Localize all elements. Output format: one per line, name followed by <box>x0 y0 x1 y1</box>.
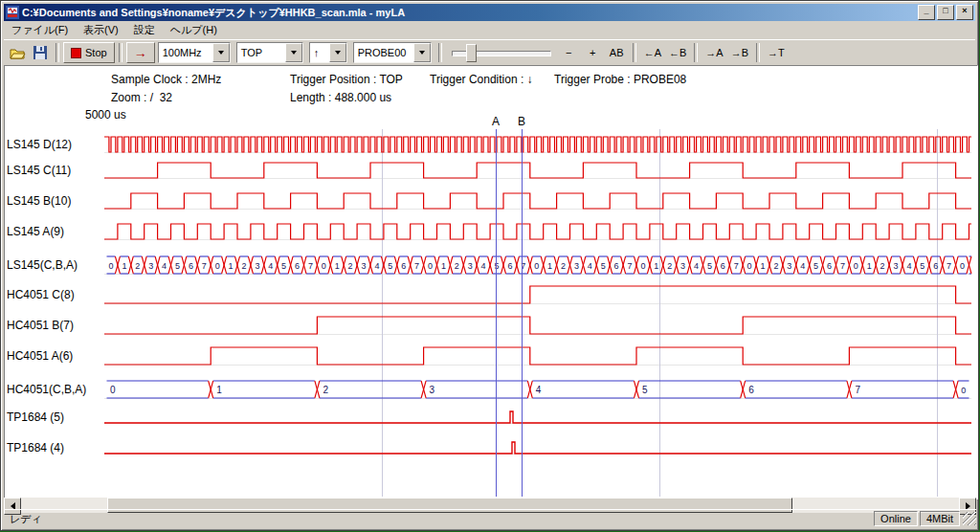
run-arrow-icon: → <box>134 45 147 60</box>
length-info: Length : 488.000 us <box>290 91 391 104</box>
sample-clock-info: Sample Clock : 2MHz <box>111 73 221 86</box>
trigger-position-info: Trigger Position : TOP <box>290 73 403 86</box>
window-title: C:¥Documents and Settings¥noname¥デスクトップ¥… <box>22 6 914 20</box>
menu-help[interactable]: ヘルプ(H) <box>163 21 225 39</box>
trigger-edge-select[interactable]: ↑ <box>309 42 347 63</box>
window-controls: _ □ × <box>918 5 973 20</box>
minimize-button[interactable]: _ <box>918 5 935 20</box>
dropdown-button[interactable] <box>413 43 431 62</box>
toolbar-separator <box>56 43 59 62</box>
close-button[interactable]: × <box>956 5 973 20</box>
chevron-down-icon <box>335 51 341 55</box>
desktop: C:¥Documents and Settings¥noname¥デスクトップ¥… <box>0 0 980 532</box>
goto-trigger-button[interactable]: →T <box>764 43 789 63</box>
menu-view[interactable]: 表示(V) <box>76 21 126 39</box>
waveform-panel <box>4 65 978 499</box>
dropdown-button[interactable] <box>329 43 346 62</box>
stop-button[interactable]: Stop <box>63 42 115 63</box>
time-scale-label: 5000 us <box>85 108 126 122</box>
open-folder-icon <box>10 47 26 59</box>
run-button[interactable]: → <box>126 42 155 63</box>
chevron-down-icon <box>419 51 425 55</box>
menu-bar: ファイル(F) 表示(V) 設定 ヘルプ(H) <box>4 21 975 39</box>
stop-label: Stop <box>85 47 107 58</box>
toolbar-separator <box>438 43 442 62</box>
dropdown-button[interactable] <box>285 43 302 62</box>
app-window: C:¥Documents and Settings¥noname¥デスクトップ¥… <box>0 0 979 531</box>
save-button[interactable] <box>29 42 52 63</box>
menu-settings[interactable]: 設定 <box>126 21 163 39</box>
toolbar-separator <box>633 43 636 62</box>
menu-file[interactable]: ファイル(F) <box>4 21 76 39</box>
status-bar: レディ Online 4MBit <box>4 509 976 527</box>
title-bar[interactable]: C:¥Documents and Settings¥noname¥デスクトップ¥… <box>4 4 975 21</box>
trigger-condition-info: Trigger Condition : ↓ <box>430 73 533 86</box>
trigger-probe-value: PROBE00 <box>358 47 407 58</box>
trigger-edge-value: ↑ <box>314 47 320 58</box>
status-text: レディ <box>4 512 48 526</box>
toolbar: Stop → 100MHz TOP ↑ PROBE00 <box>4 39 975 65</box>
next-b-button[interactable]: →B <box>727 43 752 63</box>
ab-button[interactable]: AB <box>605 43 629 63</box>
maximize-button[interactable]: □ <box>937 5 954 20</box>
zoom-out-button[interactable]: − <box>557 43 581 63</box>
sample-clock-select[interactable]: 100MHz <box>158 42 231 63</box>
trigger-position-value: TOP <box>241 47 262 58</box>
app-icon <box>6 6 19 19</box>
zoom-in-button[interactable]: + <box>581 43 605 63</box>
open-button[interactable] <box>6 42 29 63</box>
floppy-disk-icon <box>33 46 47 59</box>
toolbar-separator <box>756 43 760 62</box>
toolbar-separator <box>119 43 122 62</box>
chevron-down-icon <box>291 51 297 55</box>
online-indicator: Online <box>874 511 918 526</box>
prev-a-button[interactable]: ←A <box>640 43 665 63</box>
trigger-probe-info: Trigger Probe : PROBE08 <box>554 73 686 86</box>
stop-icon <box>71 48 81 58</box>
resize-grip[interactable] <box>963 512 976 525</box>
next-a-button[interactable]: →A <box>702 43 726 63</box>
memory-indicator: 4MBit <box>920 511 960 526</box>
slider-thumb[interactable] <box>466 44 477 62</box>
sample-clock-value: 100MHz <box>163 47 202 58</box>
trigger-probe-select[interactable]: PROBE00 <box>353 42 432 63</box>
toolbar-separator <box>694 43 698 62</box>
dropdown-button[interactable] <box>212 43 230 62</box>
trigger-position-select[interactable]: TOP <box>236 42 303 63</box>
zoom-slider[interactable] <box>452 42 551 63</box>
zoom-info: Zoom : / 32 <box>111 91 172 104</box>
prev-b-button[interactable]: ←B <box>665 43 690 63</box>
chevron-down-icon <box>218 51 224 55</box>
